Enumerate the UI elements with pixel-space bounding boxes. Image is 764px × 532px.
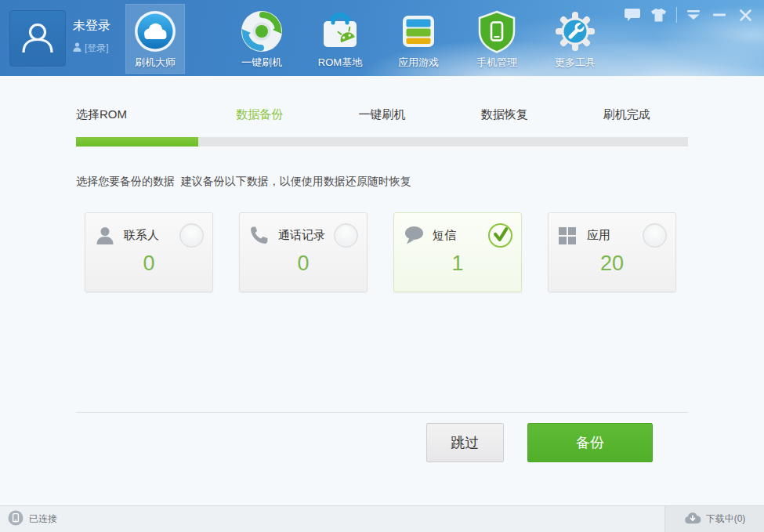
card-top: 短信 xyxy=(394,213,521,248)
avatar[interactable] xyxy=(9,10,66,67)
step-one-key-flash: 一键刷机 xyxy=(320,107,443,122)
footer-buttons: 跳过 备份 xyxy=(0,423,653,462)
sms-icon xyxy=(404,226,425,246)
card-label: 通话记录 xyxy=(278,228,334,243)
progress-bar xyxy=(76,137,688,147)
nav-label: 手机管理 xyxy=(476,56,517,70)
backup-button[interactable]: 备份 xyxy=(527,423,653,462)
minimize-icon[interactable] xyxy=(710,5,729,24)
window-controls xyxy=(616,5,755,24)
connection-label: 已连接 xyxy=(29,512,57,526)
card-count: 1 xyxy=(394,252,521,276)
apps-radio[interactable] xyxy=(643,223,667,248)
step-data-restore: 数据恢复 xyxy=(444,107,566,122)
nav-item-more-tools[interactable]: 更多工具 xyxy=(545,4,605,74)
card-count: 0 xyxy=(240,252,367,276)
main-nav: 刷机大师 一键刷机 xyxy=(125,4,624,74)
rom-store-icon xyxy=(318,9,362,53)
status-bar: 已连接 下载中(0) xyxy=(0,505,764,532)
card-top: 应用 xyxy=(549,213,675,248)
card-count: 20 xyxy=(549,252,675,276)
card-label: 联系人 xyxy=(124,228,179,243)
close-icon[interactable] xyxy=(736,5,755,24)
nav-item-one-key-flash[interactable]: 一键刷机 xyxy=(232,4,291,74)
call-log-icon xyxy=(249,226,271,246)
refresh-icon xyxy=(240,9,284,53)
nav-label: 应用游戏 xyxy=(398,56,439,70)
app-window: 未登录 [登录] xyxy=(0,0,764,532)
step-select-rom: 选择ROM xyxy=(76,107,198,122)
user-avatar-icon xyxy=(17,16,58,60)
step-indicator: 选择ROM 数据备份 一键刷机 数据恢复 刷机完成 xyxy=(76,76,688,122)
header: 未登录 [登录] xyxy=(0,0,764,76)
skip-button[interactable]: 跳过 xyxy=(426,423,504,462)
card-call-log[interactable]: 通话记录 0 xyxy=(239,212,368,292)
cloud-icon xyxy=(133,9,177,53)
call-log-radio[interactable] xyxy=(334,223,358,248)
card-top: 通话记录 xyxy=(240,213,367,248)
apps-icon xyxy=(558,226,580,246)
skin-icon[interactable] xyxy=(649,5,668,24)
nav-item-apps-games[interactable]: 应用游戏 xyxy=(389,4,448,74)
nav-item-phone-manager[interactable]: 手机管理 xyxy=(467,4,527,74)
backup-cards: 联系人 0 通话记录 0 短信 xyxy=(85,212,764,292)
nav-item-flash-master[interactable]: 刷机大师 xyxy=(125,4,185,74)
connected-device-icon xyxy=(8,510,24,528)
more-tools-icon xyxy=(553,9,597,53)
apps-games-icon xyxy=(396,9,440,53)
download-cloud-icon xyxy=(684,512,701,527)
card-contacts[interactable]: 联系人 0 xyxy=(85,212,213,292)
card-label: 应用 xyxy=(587,228,643,243)
card-label: 短信 xyxy=(433,228,488,243)
backup-hint: 选择您要备份的数据 建议备份以下数据，以便使用数据还原随时恢复 xyxy=(76,175,764,189)
check-icon xyxy=(492,226,509,245)
contact-icon xyxy=(95,226,117,246)
card-top: 联系人 xyxy=(85,213,212,248)
progress-fill xyxy=(76,137,198,147)
login-label: [登录] xyxy=(85,42,109,55)
user-area: 未登录 [登录] xyxy=(9,10,110,67)
feedback-icon[interactable] xyxy=(623,5,642,24)
card-sms[interactable]: 短信 1 xyxy=(393,212,522,292)
card-count: 0 xyxy=(85,252,212,276)
download-label: 下载中(0) xyxy=(706,512,746,526)
nav-label: 刷机大师 xyxy=(135,56,176,70)
login-person-icon xyxy=(73,42,81,54)
nav-label: ROM基地 xyxy=(318,56,362,70)
phone-manager-icon xyxy=(475,9,519,53)
user-info: 未登录 [登录] xyxy=(73,10,110,67)
nav-label: 一键刷机 xyxy=(241,56,282,70)
user-name: 未登录 xyxy=(73,18,110,34)
card-apps[interactable]: 应用 20 xyxy=(548,212,676,292)
step-flash-complete: 刷机完成 xyxy=(566,107,688,122)
step-data-backup: 数据备份 xyxy=(198,107,320,122)
download-status[interactable]: 下载中(0) xyxy=(664,506,764,532)
sms-radio[interactable] xyxy=(488,223,512,248)
connection-status: 已连接 xyxy=(0,506,664,532)
contacts-radio[interactable] xyxy=(179,223,204,248)
window-controls-divider xyxy=(676,7,677,23)
login-link[interactable]: [登录] xyxy=(73,42,110,55)
footer-divider xyxy=(76,412,688,413)
dropdown-arrow-icon[interactable] xyxy=(684,5,703,24)
nav-item-rom-base[interactable]: ROM基地 xyxy=(310,4,370,74)
nav-label: 更多工具 xyxy=(555,56,596,70)
